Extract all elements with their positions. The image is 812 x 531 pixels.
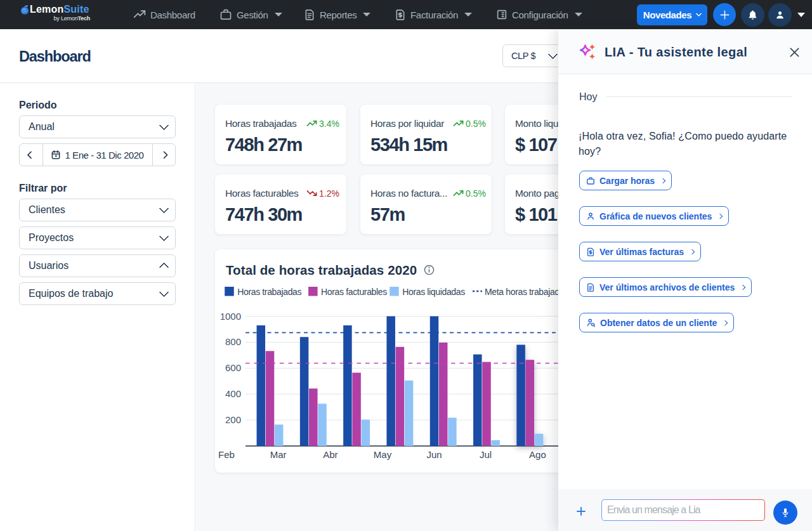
svg-text:Ago: Ago [529, 449, 546, 460]
svg-text:1000: 1000 [220, 311, 241, 322]
svg-text:200: 200 [225, 414, 241, 425]
svg-text:Jun: Jun [426, 449, 442, 460]
svg-text:Feb: Feb [218, 449, 235, 460]
svg-text:May: May [374, 449, 392, 460]
svg-text:Horas liquidadas: Horas liquidadas [402, 287, 465, 297]
svg-text:Meta horas trabajadas: Meta horas trabajadas [485, 287, 568, 297]
svg-text:Abr: Abr [323, 449, 337, 460]
svg-text:600: 600 [225, 362, 241, 373]
svg-text:800: 800 [225, 336, 241, 347]
svg-text:Jul: Jul [480, 449, 492, 460]
svg-text:400: 400 [225, 388, 241, 399]
svg-text:Horas trabajadas: Horas trabajadas [237, 287, 301, 297]
svg-text:Mar: Mar [270, 449, 287, 460]
svg-text:Horas facturables: Horas facturables [321, 287, 387, 297]
